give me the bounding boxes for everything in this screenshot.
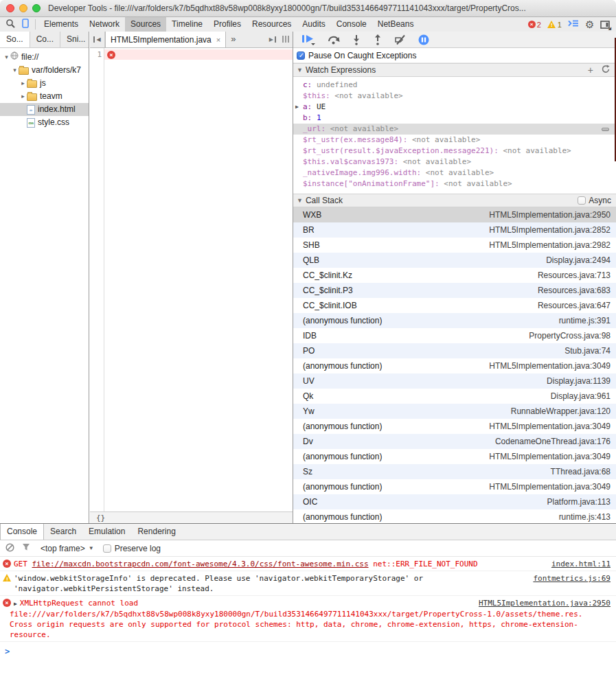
frame-source-location[interactable]: RunnableWrapper.java:120 <box>511 404 611 419</box>
frame-source-location[interactable]: Resources.java:683 <box>538 283 611 298</box>
pretty-print-icon[interactable]: {} <box>96 514 105 522</box>
frame-source-location[interactable]: Stub.java:74 <box>564 343 611 358</box>
message-source-link[interactable]: HTML5Implementation.java:2950 <box>479 598 611 608</box>
navigator-tab[interactable]: So... <box>0 32 30 47</box>
warning-count-badge[interactable]: 1 <box>547 21 562 29</box>
expand-triangle-icon[interactable]: ▶ <box>14 601 17 607</box>
frame-source-location[interactable]: TThread.java:68 <box>551 464 611 479</box>
watch-expression-row[interactable]: _nativeImage.img996.width: <not availabl… <box>293 168 616 179</box>
pause-on-exceptions-button[interactable] <box>418 34 429 45</box>
call-stack-frame[interactable]: (anonymous function)HTML5Implementation.… <box>293 358 616 373</box>
frame-source-location[interactable]: CodenameOneThread.java:176 <box>495 434 611 449</box>
call-stack-frame[interactable]: WXBHTML5Implementation.java:2950 <box>293 207 616 222</box>
tree-item-var-folders-k7[interactable]: ▾var/folders/k7 <box>0 64 89 77</box>
message-source-link[interactable]: index.html:11 <box>551 559 611 569</box>
panel-columns-icon[interactable] <box>282 36 289 43</box>
frame-source-location[interactable]: HTML5Implementation.java:3049 <box>489 479 611 494</box>
frame-source-location[interactable]: Platform.java:113 <box>547 494 611 509</box>
tree-item-file-[interactable]: ▾file:// <box>0 51 89 64</box>
watch-expression-row[interactable]: $rt_ustr(ex.message84): <not available> <box>293 135 616 146</box>
panel-tab-audits[interactable]: Audits <box>297 17 330 32</box>
deactivate-breakpoints-button[interactable] <box>394 34 407 45</box>
settings-gear-icon[interactable]: ⚙ <box>585 19 594 30</box>
minimize-window-button[interactable] <box>19 4 27 12</box>
call-stack-frame[interactable]: QkDisplay.java:961 <box>293 389 616 404</box>
call-stack-frame[interactable]: POStub.java:74 <box>293 343 616 358</box>
watch-expression-row[interactable]: b: 1 <box>293 113 616 124</box>
watch-expressions-header[interactable]: ▼ Watch Expressions + <box>293 63 616 77</box>
call-stack-frame[interactable]: OICPlatform.java:113 <box>293 494 616 509</box>
dock-side-icon[interactable]: ◢ <box>600 21 611 29</box>
panel-tab-netbeans[interactable]: NetBeans <box>372 17 420 32</box>
call-stack-frame[interactable]: (anonymous function)runtime.js:391 <box>293 313 616 328</box>
step-out-button[interactable] <box>373 34 383 45</box>
resume-script-button[interactable] <box>301 34 316 45</box>
panel-tab-network[interactable]: Network <box>84 17 125 32</box>
tree-expander-icon[interactable]: ▸ <box>19 90 27 103</box>
frame-source-location[interactable]: PropertyCross.java:98 <box>529 328 611 343</box>
navigator-tab[interactable]: Sni... <box>60 32 92 47</box>
panel-tab-sources[interactable]: Sources <box>125 17 166 32</box>
close-tab-icon[interactable]: × <box>216 32 220 47</box>
add-watch-icon[interactable]: + <box>588 66 593 74</box>
watch-expression-row[interactable]: _url: <not available> <box>293 124 616 135</box>
zoom-window-button[interactable] <box>32 4 41 12</box>
hide-navigator-icon[interactable]: ◀ <box>90 32 105 47</box>
frame-source-location[interactable]: Resources.java:713 <box>538 268 611 283</box>
clear-console-icon[interactable] <box>5 543 14 554</box>
frame-source-location[interactable]: Display.java:961 <box>551 389 611 404</box>
watch-expression-row[interactable]: $instance["onAnimationFrame"]: <not avai… <box>293 179 616 189</box>
call-stack-frame[interactable]: (anonymous function)HTML5Implementation.… <box>293 479 616 494</box>
drawer-tab-emulation[interactable]: Emulation <box>82 524 131 540</box>
call-stack-frame[interactable]: IDBPropertyCross.java:98 <box>293 328 616 343</box>
frame-source-location[interactable]: Display.java:2494 <box>546 253 611 268</box>
call-stack-frame[interactable]: CC_$clinit.P3Resources.java:683 <box>293 283 616 298</box>
remove-watch-icon[interactable] <box>602 128 609 131</box>
editor-tab[interactable]: HTML5Implementation.java × <box>105 32 226 47</box>
drawer-tab-rendering[interactable]: Rendering <box>131 524 181 540</box>
tree-item-js[interactable]: ▸js <box>0 77 89 90</box>
call-stack-frame[interactable]: YwRunnableWrapper.java:120 <box>293 404 616 419</box>
console-prompt[interactable]: > <box>0 642 616 660</box>
pause-on-caught-checkbox[interactable] <box>297 51 305 60</box>
call-stack-frame[interactable]: DvCodenameOneThread.java:176 <box>293 434 616 449</box>
call-stack-frame[interactable]: (anonymous function)HTML5Implementation.… <box>293 449 616 464</box>
frame-source-location[interactable]: HTML5Implementation.java:2982 <box>489 238 611 253</box>
panel-tab-console[interactable]: Console <box>331 17 372 32</box>
panel-tab-timeline[interactable]: Timeline <box>166 17 208 32</box>
tree-item-style-css[interactable]: cssstyle.css <box>0 116 89 129</box>
frame-source-location[interactable]: Resources.java:647 <box>538 298 611 313</box>
navigator-tab[interactable]: Co... <box>30 32 60 47</box>
code-content[interactable]: × <box>104 48 293 511</box>
filter-icon[interactable] <box>22 543 30 553</box>
refresh-watch-icon[interactable] <box>602 65 610 76</box>
call-stack-frame[interactable]: QLBDisplay.java:2494 <box>293 253 616 268</box>
step-over-button[interactable] <box>328 34 340 45</box>
tree-item-index-html[interactable]: ‹›index.html <box>0 103 89 116</box>
tab-overflow-icon[interactable]: » <box>226 32 240 47</box>
tree-item-teavm[interactable]: ▸teavm <box>0 90 89 103</box>
call-stack-frame[interactable]: (anonymous function)HTML5Implementation.… <box>293 419 616 434</box>
frame-source-location[interactable]: HTML5Implementation.java:3049 <box>489 419 611 434</box>
execution-context-selector[interactable]: <top frame> ▼ <box>41 544 94 553</box>
frame-source-location[interactable]: HTML5Implementation.java:3049 <box>489 358 611 373</box>
frame-source-location[interactable]: HTML5Implementation.java:2950 <box>489 207 611 222</box>
drawer-tab-console[interactable]: Console <box>0 524 44 540</box>
toggle-device-mode-icon[interactable] <box>22 19 29 30</box>
watch-expression-row[interactable]: c: undefined <box>293 80 616 91</box>
inspect-element-icon[interactable] <box>5 19 15 30</box>
panel-tab-resources[interactable]: Resources <box>247 17 297 32</box>
watch-expression-row[interactable]: $this: <not available> <box>293 91 616 102</box>
tree-expander-icon[interactable]: ▾ <box>3 51 10 64</box>
drawer-tab-search[interactable]: Search <box>44 524 82 540</box>
call-stack-frame[interactable]: UVDisplay.java:1139 <box>293 373 616 389</box>
expand-triangle-icon[interactable]: ▶ <box>295 102 299 113</box>
close-window-button[interactable] <box>6 4 14 12</box>
watch-expression-row[interactable]: $rt_ustr(result.$javaException.message22… <box>293 146 616 157</box>
tree-expander-icon[interactable]: ▸ <box>19 77 27 90</box>
panel-tab-elements[interactable]: Elements <box>38 17 84 32</box>
frame-source-location[interactable]: HTML5Implementation.java:3049 <box>489 449 611 464</box>
line-number[interactable]: 1 <box>97 50 102 59</box>
frame-source-location[interactable]: runtime.js:391 <box>559 313 611 328</box>
tree-expander-icon[interactable]: ▾ <box>11 64 19 77</box>
